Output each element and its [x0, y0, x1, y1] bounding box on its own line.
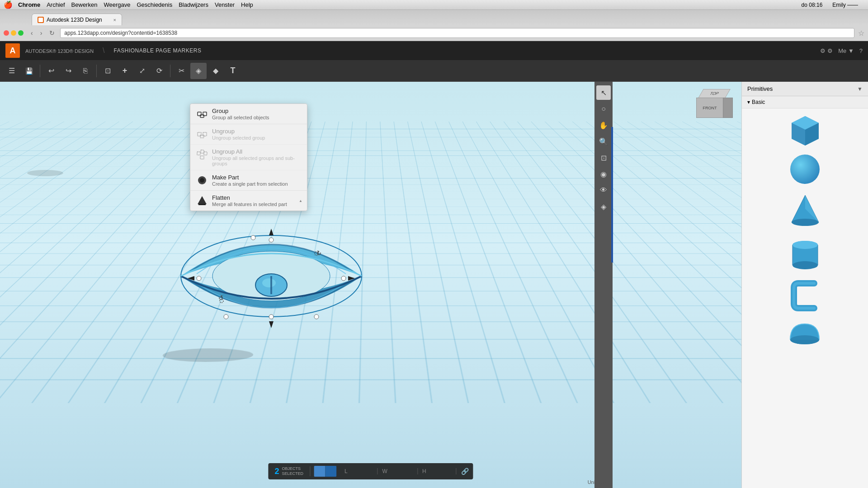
menu-bewerken[interactable]: Bewerken [71, 1, 98, 8]
ungroup-all-item-text: Ungroup All Ungroup all selected groups … [212, 148, 301, 166]
flatten-desc: Merge all features in selected part [212, 202, 287, 207]
primitive-cube[interactable] [787, 114, 823, 145]
window-close[interactable] [4, 30, 9, 36]
height-field[interactable]: H [418, 468, 457, 474]
app-container: A AUTODESK® 123D® DESIGN \ FASHIONABLE P… [0, 41, 868, 488]
tab-close-button[interactable]: × [113, 17, 116, 23]
window-maximize[interactable] [18, 30, 24, 36]
select-tool[interactable]: ↖ [596, 85, 611, 100]
zoom-tool[interactable]: 🔍 [596, 134, 611, 149]
group-desc: Group all selected objects [212, 115, 269, 120]
width-field[interactable]: W [378, 468, 418, 474]
me-button[interactable]: Me ▼ [838, 47, 854, 54]
height-input[interactable] [429, 468, 452, 474]
primitive-cylinder[interactable] [789, 236, 821, 270]
flatten-item-text: Flatten Merge all features in selected p… [212, 194, 287, 207]
menu-help[interactable]: Help [241, 1, 253, 8]
make-part-item-text: Make Part Create a single part from sele… [212, 174, 288, 187]
panel-expand-arrow[interactable]: ▼ [857, 86, 863, 92]
svg-point-12 [314, 314, 319, 319]
help-button[interactable]: ? [859, 47, 863, 54]
make-part-desc: Create a single part from selection [212, 181, 288, 187]
main-toolbar: ☰ 💾 ↩ ↪ ⎘ ⊡ + ⤢ ⟳ ✂ ◈ ◆ T [0, 60, 868, 82]
menu-geschiedenis[interactable]: Geschiedenis [137, 1, 172, 8]
add-button[interactable]: + [117, 63, 133, 79]
pan-tool[interactable]: ✋ [596, 118, 611, 132]
color-swatch[interactable] [314, 466, 336, 477]
menubar-user: Emily —— [832, 2, 858, 8]
nav-cube-side [723, 98, 733, 118]
right-panel-header[interactable]: Primitives ▼ [742, 82, 868, 96]
combine-button[interactable]: ◈ [190, 63, 207, 79]
scale-button[interactable]: ⤢ [134, 63, 150, 79]
sync-button[interactable]: ⟳ [151, 63, 167, 79]
menu-venster[interactable]: Venster [215, 1, 235, 8]
menu-chrome[interactable]: Chrome [18, 1, 40, 8]
nav-cube[interactable]: TOP FRONT [696, 89, 732, 125]
length-field[interactable]: L [340, 468, 378, 474]
length-input[interactable] [350, 468, 373, 474]
canvas-area[interactable]: ↺ ↻ TOP FRONT ↖ ○ ✋ 🔍 ⊡ [0, 82, 741, 488]
menu-item-ungroup-all[interactable]: Ungroup All Ungroup all selected groups … [190, 145, 307, 170]
snap-tool[interactable]: ◈ [596, 199, 611, 214]
svg-rect-27 [200, 135, 204, 138]
panel-title: Primitives [747, 85, 857, 92]
settings-button[interactable]: ⚙ [820, 47, 833, 54]
copy-button[interactable]: ⎘ [77, 63, 94, 79]
redo-button[interactable]: ↪ [60, 63, 76, 79]
apple-menu[interactable]: 🍎 [4, 0, 13, 9]
menu-bladwijzers[interactable]: Bladwijzers [179, 1, 208, 8]
svg-point-10 [341, 276, 346, 281]
browser-tab[interactable]: Autodesk 123D Design × [32, 14, 122, 25]
svg-rect-6 [270, 276, 272, 294]
back-button[interactable]: ‹ [29, 28, 35, 38]
forward-button[interactable]: › [38, 28, 44, 38]
measure-tool[interactable]: ◉ [596, 167, 611, 181]
menu-item-flatten[interactable]: Flatten Merge all features in selected p… [190, 191, 307, 211]
url-field[interactable] [60, 28, 854, 38]
brand-name: AUTODESK® 123D® DESIGN [25, 48, 94, 54]
ring-object[interactable]: ↺ ↻ [172, 195, 371, 335]
visibility-tool[interactable]: 👁 [596, 183, 611, 197]
menubar-right: do 08:16 Emily —— [802, 2, 864, 8]
refresh-button[interactable]: ↻ [47, 28, 57, 38]
svg-marker-14 [269, 229, 274, 235]
mac-menubar: 🍎 Chrome Archief Bewerken Weergave Gesch… [0, 0, 868, 10]
primitive-halfsphere[interactable] [788, 322, 822, 347]
svg-rect-28 [197, 152, 200, 155]
bracket-shape [789, 279, 821, 313]
save-button[interactable]: 💾 [21, 63, 37, 79]
orbit-tool[interactable]: ○ [596, 102, 611, 116]
menu-item-group[interactable]: Group Group all selected objects [190, 104, 307, 124]
svg-point-5 [262, 278, 276, 287]
menu-button[interactable]: ☰ [4, 63, 20, 79]
group-dropdown-menu: Group Group all selected objects Ungroup [190, 103, 307, 211]
menu-item-ungroup[interactable]: Ungroup Ungroup selected group [190, 124, 307, 145]
panel-section-header[interactable]: ▾ Basic [742, 96, 868, 108]
bookmark-button[interactable]: ☆ [858, 29, 864, 38]
length-label: L [344, 468, 348, 474]
window-minimize[interactable] [11, 30, 16, 36]
app-header: A AUTODESK® 123D® DESIGN \ FASHIONABLE P… [0, 41, 868, 60]
group-label: Group [212, 108, 269, 114]
svg-point-13 [251, 235, 255, 240]
primitive-cone[interactable] [789, 193, 821, 227]
link-button[interactable]: 🔗 [457, 468, 473, 475]
modify-button[interactable]: ✂ [173, 63, 189, 79]
ungroup-label: Ungroup [212, 128, 265, 135]
undo-button[interactable]: ↩ [43, 63, 59, 79]
select-button[interactable]: ⊡ [99, 63, 116, 79]
width-input[interactable] [390, 468, 413, 474]
fit-tool[interactable]: ⊡ [596, 150, 611, 165]
svg-rect-0 [38, 18, 43, 22]
menu-item-make-part[interactable]: Make Part Create a single part from sele… [190, 170, 307, 191]
menu-archief[interactable]: Archief [47, 1, 65, 8]
solid-button[interactable]: ◆ [208, 63, 224, 79]
primitive-bracket[interactable] [789, 279, 821, 313]
svg-point-33 [200, 178, 204, 183]
flatten-label: Flatten [212, 194, 287, 201]
text-button[interactable]: T [225, 63, 241, 79]
object-shadow-small [27, 170, 63, 176]
menu-weergave[interactable]: Weergave [104, 1, 130, 8]
primitive-sphere[interactable] [790, 155, 820, 184]
